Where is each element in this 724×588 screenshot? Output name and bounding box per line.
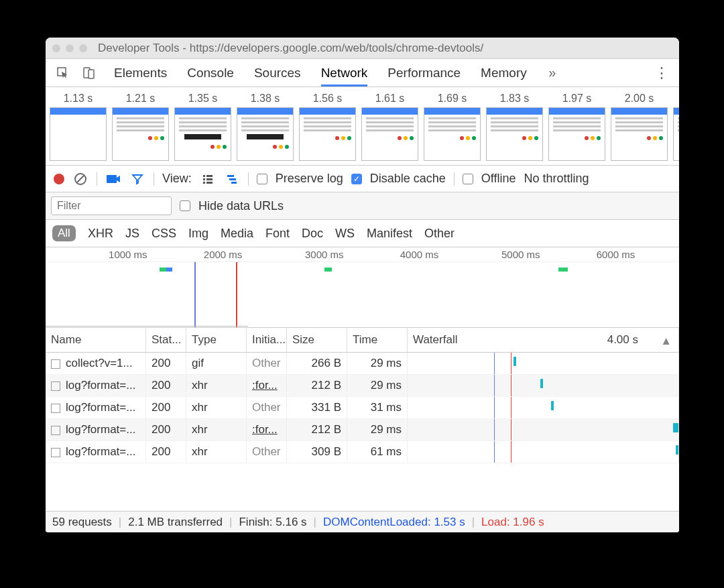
col-type[interactable]: Type — [186, 328, 247, 352]
hide-data-urls-label: Hide data URLs — [198, 199, 284, 213]
status-load: Load: 1.96 s — [481, 516, 544, 529]
filmstrip-frame[interactable]: 1.56 s — [299, 91, 356, 161]
table-row[interactable]: log?format=...200xhr:for...212 B29 ms — [46, 375, 679, 397]
col-name[interactable]: Name — [46, 328, 146, 352]
filmstrip-frame[interactable]: 2. — [673, 91, 679, 161]
svg-rect-12 — [227, 175, 234, 177]
minimize-dot[interactable] — [66, 44, 74, 52]
zoom-dot[interactable] — [79, 44, 87, 52]
col-status[interactable]: Stat... — [146, 328, 186, 352]
inspect-icon[interactable] — [55, 65, 71, 81]
col-time[interactable]: Time — [347, 328, 408, 352]
svg-rect-2 — [88, 70, 94, 78]
waterfall-time-marker: 4.00 s — [607, 333, 638, 347]
filmstrip-frame[interactable]: 1.83 s — [486, 91, 543, 161]
disable-cache-checkbox[interactable] — [351, 174, 362, 184]
devtools-window: Developer Tools - https://developers.goo… — [46, 38, 679, 532]
filmstrip-frame[interactable]: 1.13 s — [50, 91, 107, 161]
hide-data-urls-checkbox[interactable] — [180, 200, 190, 211]
table-row[interactable]: log?format=...200xhrOther331 B31 ms — [46, 397, 679, 419]
svg-rect-13 — [229, 178, 236, 180]
devtools-tabs: ElementsConsoleSourcesNetworkPerformance… — [46, 59, 679, 87]
traffic-lights — [52, 44, 87, 52]
record-button[interactable] — [54, 174, 64, 184]
type-filter-media[interactable]: Media — [221, 227, 253, 241]
tab-console[interactable]: Console — [187, 66, 234, 80]
col-size[interactable]: Size — [287, 328, 347, 352]
preserve-log-checkbox[interactable] — [257, 174, 267, 184]
status-requests: 59 requests — [52, 516, 112, 529]
type-filter-js[interactable]: JS — [125, 227, 139, 241]
svg-rect-14 — [231, 182, 237, 184]
close-dot[interactable] — [52, 44, 60, 52]
type-filter-manifest[interactable]: Manifest — [367, 227, 412, 241]
timeline-tick: 4000 ms — [400, 249, 439, 260]
offline-checkbox[interactable] — [463, 174, 473, 184]
window-title: Developer Tools - https://developers.goo… — [98, 42, 483, 55]
type-filter-bar: AllXHRJSCSSImgMediaFontDocWSManifestOthe… — [46, 220, 679, 247]
svg-rect-7 — [206, 175, 213, 177]
network-toolbar: View: Preserve log Disable cache Offline… — [46, 166, 679, 192]
type-filter-xhr[interactable]: XHR — [88, 227, 113, 241]
window-titlebar: Developer Tools - https://developers.goo… — [46, 38, 679, 59]
filmstrip-frame[interactable]: 1.21 s — [112, 91, 169, 161]
status-dcl: DOMContentLoaded: 1.53 s — [323, 516, 465, 529]
type-filter-font[interactable]: Font — [265, 227, 290, 241]
sort-indicator-icon: ▲ — [660, 335, 672, 348]
filmstrip-frame[interactable]: 1.97 s — [548, 91, 605, 161]
status-bar: 59 requests | 2.1 MB transferred | Finis… — [46, 511, 679, 532]
timeline-tick: 1000 ms — [109, 249, 147, 260]
view-waterfall-icon[interactable] — [224, 171, 240, 187]
view-label: View: — [162, 172, 192, 186]
throttling-select[interactable]: No throttling — [524, 172, 589, 186]
svg-rect-10 — [203, 182, 205, 184]
camera-icon[interactable] — [105, 171, 121, 187]
table-header: Name Stat... Type Initia... Size Time Wa… — [46, 328, 679, 353]
device-toggle-icon[interactable] — [80, 65, 97, 81]
more-tabs-icon[interactable]: » — [544, 65, 560, 81]
type-filter-ws[interactable]: WS — [335, 227, 355, 241]
type-filter-all[interactable]: All — [52, 225, 76, 241]
col-waterfall[interactable]: Waterfall 4.00 s ▲ — [408, 328, 679, 352]
tab-memory[interactable]: Memory — [481, 66, 527, 80]
filmstrip-frame[interactable]: 1.69 s — [424, 91, 481, 161]
filter-bar: Hide data URLs — [46, 192, 679, 220]
svg-rect-6 — [203, 175, 205, 177]
svg-rect-11 — [206, 182, 213, 184]
request-table: Name Stat... Type Initia... Size Time Wa… — [46, 328, 679, 511]
svg-rect-8 — [203, 178, 205, 180]
tab-performance[interactable]: Performance — [387, 66, 461, 80]
svg-rect-5 — [107, 175, 117, 183]
timeline-overview[interactable]: 1000 ms2000 ms3000 ms4000 ms5000 ms6000 … — [46, 247, 679, 328]
table-row[interactable]: log?format=...200xhrOther309 B61 ms — [46, 441, 679, 463]
kebab-menu-icon[interactable]: ⋮ — [654, 65, 670, 81]
filmstrip-frame[interactable]: 2.00 s — [611, 91, 668, 161]
timeline-tick: 2000 ms — [204, 249, 243, 260]
preserve-log-label: Preserve log — [276, 172, 343, 186]
filter-funnel-icon[interactable] — [129, 171, 145, 187]
status-finish: Finish: 5.16 s — [239, 516, 306, 529]
svg-rect-9 — [206, 178, 213, 180]
filmstrip-frame[interactable]: 1.38 s — [237, 91, 294, 161]
filmstrip-frame[interactable]: 1.35 s — [174, 91, 231, 161]
col-initiator[interactable]: Initia... — [247, 328, 287, 352]
table-row[interactable]: log?format=...200xhr:for...212 B29 ms — [46, 419, 679, 441]
tab-elements[interactable]: Elements — [114, 66, 167, 80]
tab-network[interactable]: Network — [321, 66, 368, 86]
table-row[interactable]: collect?v=1...200gifOther266 B29 ms — [46, 353, 679, 375]
type-filter-img[interactable]: Img — [188, 227, 208, 241]
status-transferred: 2.1 MB transferred — [128, 516, 223, 529]
type-filter-doc[interactable]: Doc — [302, 227, 323, 241]
filmstrip[interactable]: 1.13 s1.21 s1.35 s1.38 s1.56 s1.61 s1.69… — [46, 87, 679, 166]
timeline-tick: 6000 ms — [597, 249, 636, 260]
filter-input[interactable] — [51, 196, 172, 215]
filmstrip-frame[interactable]: 1.61 s — [361, 91, 418, 161]
timeline-tick: 3000 ms — [305, 249, 344, 260]
timeline-tick: 5000 ms — [501, 249, 540, 260]
type-filter-other[interactable]: Other — [424, 227, 455, 241]
disable-cache-label: Disable cache — [370, 172, 446, 186]
tab-sources[interactable]: Sources — [254, 66, 301, 80]
view-list-icon[interactable] — [200, 171, 216, 187]
type-filter-css[interactable]: CSS — [152, 227, 176, 241]
clear-icon[interactable] — [72, 171, 88, 187]
